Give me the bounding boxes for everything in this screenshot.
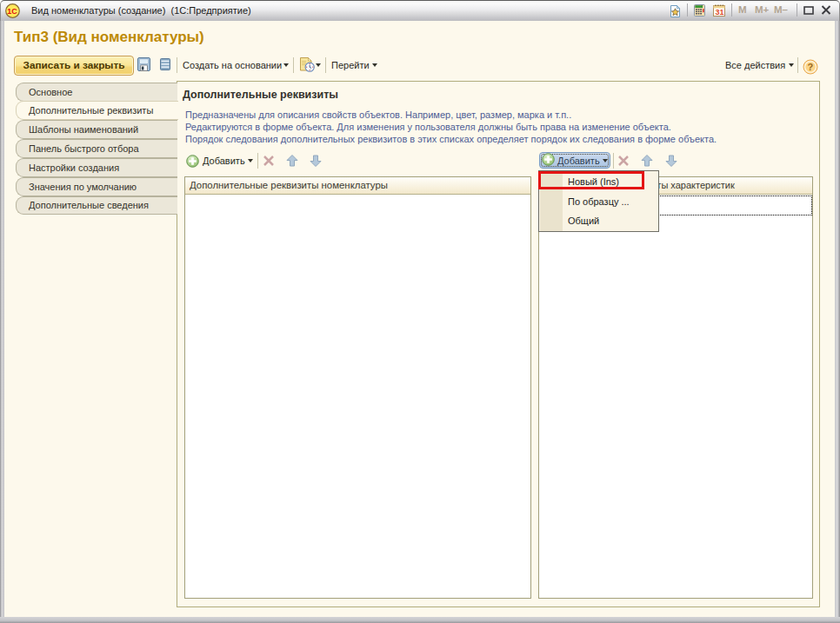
svg-text:31: 31: [716, 8, 724, 17]
svg-text:1С: 1С: [7, 7, 17, 16]
svg-text:?: ?: [808, 62, 814, 72]
